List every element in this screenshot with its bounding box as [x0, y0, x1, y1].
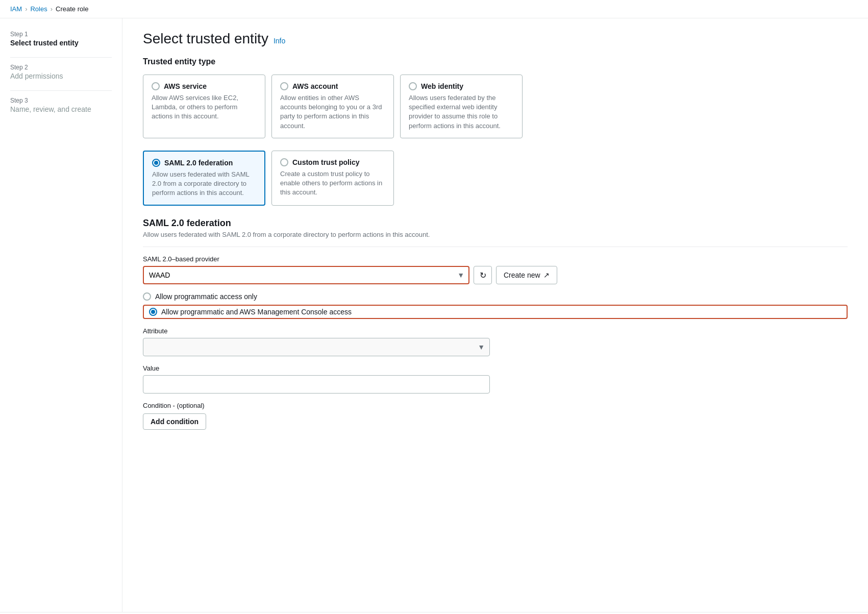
- external-link-icon: ↗: [543, 271, 550, 279]
- saml-section-title: SAML 2.0 federation: [143, 218, 848, 229]
- card-aws-account-desc: Allow entities in other AWS accounts bel…: [280, 93, 385, 131]
- card-web-identity-desc: Allows users federated by the specified …: [409, 93, 514, 131]
- card-saml-title: SAML 2.0 federation: [164, 159, 233, 167]
- card-saml-desc: Allow users federated with SAML 2.0 from…: [152, 170, 256, 198]
- saml-section-desc: Allow users federated with SAML 2.0 from…: [143, 231, 848, 238]
- provider-label: SAML 2.0–based provider: [143, 255, 848, 263]
- attribute-label: Attribute: [143, 327, 848, 335]
- nav-roles[interactable]: Roles: [30, 5, 47, 13]
- value-label: Value: [143, 364, 848, 372]
- access-option-console-label: Allow programmatic and AWS Management Co…: [161, 308, 352, 316]
- step1-label: Step 1: [10, 31, 112, 38]
- card-aws-account[interactable]: AWS account Allow entities in other AWS …: [271, 75, 394, 138]
- step3-label: Step 3: [10, 97, 112, 104]
- card-aws-service-desc: Allow AWS services like EC2, Lambda, or …: [152, 93, 257, 121]
- condition-section: Condition - (optional) Add condition: [143, 402, 848, 430]
- saml-section: SAML 2.0 federation Allow users federate…: [143, 218, 848, 430]
- condition-label: Condition - (optional): [143, 402, 848, 409]
- refresh-icon: ↻: [480, 271, 486, 280]
- attribute-field: Attribute ▼: [143, 327, 848, 356]
- card-aws-service-title: AWS service: [164, 82, 207, 90]
- step3-title: Name, review, and create: [10, 105, 112, 113]
- card-web-identity-title: Web identity: [421, 82, 463, 90]
- sidebar-step2: Step 2 Add permissions: [10, 64, 112, 80]
- access-option-console[interactable]: Allow programmatic and AWS Management Co…: [143, 305, 848, 319]
- info-link[interactable]: Info: [274, 37, 285, 45]
- radio-programmatic-console: [149, 308, 157, 316]
- card-custom-trust[interactable]: Custom trust policy Create a custom trus…: [271, 151, 394, 206]
- page-header: Select trusted entity Info: [143, 31, 848, 47]
- card-custom-trust-desc: Create a custom trust policy to enable o…: [280, 169, 385, 198]
- sep2: ›: [51, 5, 53, 13]
- sidebar: Step 1 Select trusted entity Step 2 Add …: [0, 18, 122, 612]
- entity-type-cards-row2: SAML 2.0 federation Allow users federate…: [143, 151, 848, 206]
- card-web-identity[interactable]: Web identity Allows users federated by t…: [400, 75, 523, 138]
- provider-row: WAAD ▼ ↻ Create new ↗: [143, 266, 848, 284]
- trusted-entity-section-title: Trusted entity type: [143, 57, 848, 66]
- step1-title: Select trusted entity: [10, 39, 112, 47]
- sidebar-step1: Step 1 Select trusted entity: [10, 31, 112, 47]
- radio-aws-service: [152, 82, 160, 90]
- attribute-select-wrapper: ▼: [143, 338, 490, 356]
- radio-programmatic-only: [143, 292, 151, 301]
- footer: Cancel Next: [0, 612, 868, 614]
- radio-custom-trust: [280, 158, 288, 166]
- radio-saml-federation: [152, 159, 160, 167]
- card-saml-federation[interactable]: SAML 2.0 federation Allow users federate…: [143, 151, 265, 206]
- radio-web-identity: [409, 82, 417, 90]
- breadcrumb: IAM › Roles › Create role: [0, 0, 868, 18]
- entity-type-cards: AWS service Allow AWS services like EC2,…: [143, 75, 848, 138]
- access-radio-group: Allow programmatic access only Allow pro…: [143, 292, 848, 319]
- nav-current: Create role: [56, 5, 88, 13]
- provider-select[interactable]: WAAD: [143, 266, 469, 284]
- provider-field: SAML 2.0–based provider WAAD ▼ ↻ Create …: [143, 255, 848, 284]
- sidebar-step3: Step 3 Name, review, and create: [10, 97, 112, 113]
- card-aws-account-title: AWS account: [292, 82, 338, 90]
- provider-select-wrapper: WAAD ▼: [143, 266, 469, 284]
- value-input[interactable]: [143, 375, 490, 394]
- add-condition-button[interactable]: Add condition: [143, 413, 206, 430]
- create-new-button[interactable]: Create new ↗: [496, 266, 557, 284]
- nav-iam[interactable]: IAM: [10, 5, 22, 13]
- attribute-select[interactable]: [143, 338, 490, 356]
- refresh-button[interactable]: ↻: [474, 266, 492, 284]
- radio-aws-account: [280, 82, 288, 90]
- step2-label: Step 2: [10, 64, 112, 71]
- page-title: Select trusted entity: [143, 31, 268, 47]
- access-option-programmatic[interactable]: Allow programmatic access only: [143, 292, 848, 301]
- create-new-label: Create new: [504, 271, 540, 279]
- step2-title: Add permissions: [10, 72, 112, 80]
- main-content: Select trusted entity Info Trusted entit…: [122, 18, 868, 612]
- access-option-programmatic-label: Allow programmatic access only: [155, 292, 257, 301]
- card-aws-service[interactable]: AWS service Allow AWS services like EC2,…: [143, 75, 265, 138]
- value-field: Value: [143, 364, 848, 394]
- card-custom-trust-title: Custom trust policy: [292, 158, 359, 166]
- sep1: ›: [25, 5, 27, 13]
